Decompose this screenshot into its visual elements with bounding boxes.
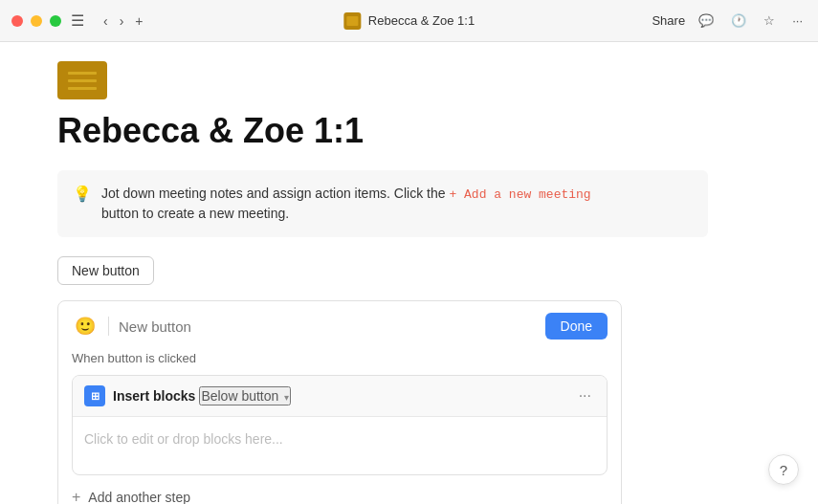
action-more-button[interactable]: ··· xyxy=(575,387,595,405)
notebook-lines xyxy=(68,72,97,90)
input-divider xyxy=(108,317,109,336)
fullscreen-traffic-light[interactable] xyxy=(50,15,61,27)
page-icon xyxy=(57,61,761,99)
add-meeting-link[interactable]: + Add a new meeting xyxy=(449,187,590,202)
comment-button[interactable]: 💬 xyxy=(695,11,718,30)
star-icon: ☆ xyxy=(763,13,775,28)
doc-icon-inner xyxy=(346,16,358,26)
insert-icon-symbol: ⊞ xyxy=(91,390,99,403)
notebook-line-3 xyxy=(68,87,97,90)
chevron-down-icon: ▾ xyxy=(284,392,289,403)
comment-icon: 💬 xyxy=(698,13,714,28)
notebook-line-1 xyxy=(68,72,97,75)
notebook-line-2 xyxy=(68,79,97,82)
position-label: Below button xyxy=(201,388,278,404)
button-name-input[interactable] xyxy=(119,318,536,335)
main-content: Rebecca & Zoe 1:1 💡 Jot down meeting not… xyxy=(0,42,818,504)
action-label: Insert blocks xyxy=(113,388,195,404)
info-box: 💡 Jot down meeting notes and assign acti… xyxy=(57,170,708,237)
history-button[interactable]: 🕐 xyxy=(727,11,750,30)
more-icon: ··· xyxy=(792,13,803,28)
page-title: Rebecca & Zoe 1:1 xyxy=(57,111,761,151)
info-text: Jot down meeting notes and assign action… xyxy=(101,184,591,224)
add-step-label: Add another step xyxy=(88,490,190,504)
titlebar-center: Rebecca & Zoe 1:1 xyxy=(343,12,475,30)
info-text-before: Jot down meeting notes and assign action… xyxy=(101,186,446,201)
minimize-traffic-light[interactable] xyxy=(31,15,42,27)
add-step-icon: + xyxy=(72,489,80,504)
traffic-lights xyxy=(11,15,61,27)
add-step[interactable]: + Add another step xyxy=(72,489,608,504)
forward-icon: › xyxy=(120,13,124,29)
titlebar-title: Rebecca & Zoe 1:1 xyxy=(368,13,475,28)
back-button[interactable]: ‹ xyxy=(99,11,112,31)
titlebar-actions: Share 💬 🕐 ☆ ··· xyxy=(652,11,807,30)
back-icon: ‹ xyxy=(103,13,108,29)
lightbulb-icon: 💡 xyxy=(73,185,92,203)
hamburger-button[interactable]: ☰ xyxy=(65,10,90,32)
button-editor-top: 🙂 Done xyxy=(72,313,608,340)
forward-button[interactable]: › xyxy=(116,11,128,31)
nav-controls: ‹ › + xyxy=(99,11,147,31)
position-dropdown[interactable]: Below button ▾ xyxy=(199,386,291,405)
button-editor: 🙂 Done When button is clicked ⊞ Insert b… xyxy=(57,300,622,504)
close-traffic-light[interactable] xyxy=(11,15,23,27)
add-button[interactable]: + xyxy=(131,11,146,31)
action-block-body[interactable]: Click to edit or drop blocks here... xyxy=(73,417,607,474)
doc-icon xyxy=(343,12,361,30)
drop-placeholder: Click to edit or drop blocks here... xyxy=(84,431,283,447)
help-button[interactable]: ? xyxy=(768,454,799,485)
add-icon: + xyxy=(135,13,143,29)
notebook-icon xyxy=(57,61,107,99)
new-button-container: New button xyxy=(57,256,761,285)
action-block: ⊞ Insert blocks Below button ▾ ··· Click… xyxy=(72,375,608,475)
action-block-header: ⊞ Insert blocks Below button ▾ ··· xyxy=(73,376,607,417)
emoji-picker-button[interactable]: 🙂 xyxy=(72,313,99,340)
share-button[interactable]: Share xyxy=(652,13,685,28)
titlebar: ☰ ‹ › + Rebecca & Zoe 1:1 Share 💬 🕐 ☆ ··… xyxy=(0,0,818,42)
new-button[interactable]: New button xyxy=(57,256,154,285)
star-button[interactable]: ☆ xyxy=(760,11,779,30)
more-button[interactable]: ··· xyxy=(788,11,807,30)
hamburger-icon: ☰ xyxy=(71,12,84,29)
when-clicked-label: When button is clicked xyxy=(72,351,608,365)
info-text-after: button to create a new meeting. xyxy=(101,206,289,221)
history-icon: 🕐 xyxy=(731,13,746,28)
done-button[interactable]: Done xyxy=(545,313,608,340)
insert-blocks-icon: ⊞ xyxy=(84,385,105,406)
